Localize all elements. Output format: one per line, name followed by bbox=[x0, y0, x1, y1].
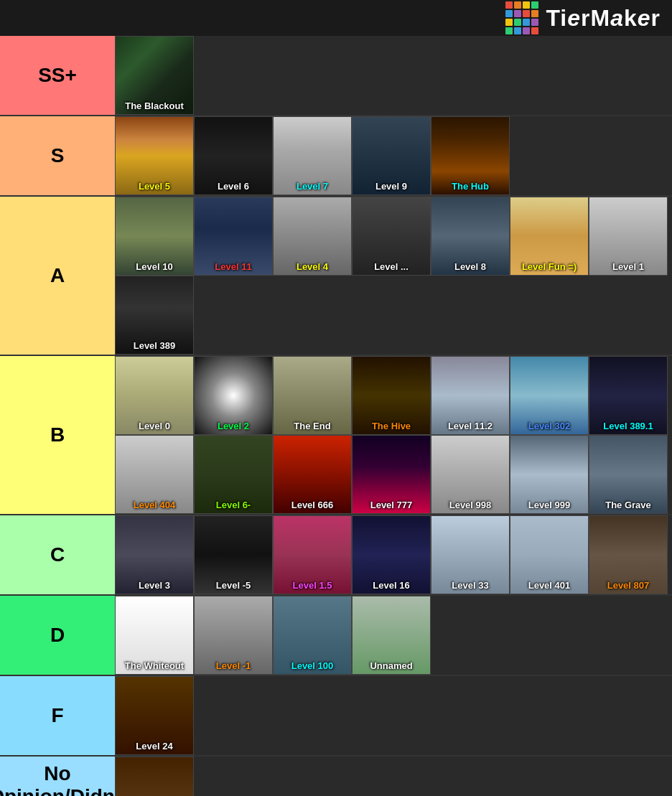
tier-label-f: F bbox=[0, 676, 115, 755]
tier-row-s: SLevel 5Level 6Level 7Level 9The Hub bbox=[0, 116, 672, 197]
tier-item-label-level7: Level 7 bbox=[274, 178, 351, 195]
tier-item-label-level11: Level 11 bbox=[195, 258, 272, 275]
tier-item-level302[interactable]: Level 302 bbox=[510, 356, 589, 435]
tier-item-levelneg1[interactable]: Level -1 bbox=[194, 596, 273, 675]
tier-items-ss-plus: The Blackout bbox=[115, 36, 672, 115]
tier-item-label-levelfun: Level Fun =) bbox=[510, 258, 588, 275]
tier-item-level2[interactable]: Level 2 bbox=[194, 356, 273, 435]
tier-item-label-level404: Level 404 bbox=[116, 497, 193, 513]
tier-list: SS+The BlackoutSLevel 5Level 6Level 7Lev… bbox=[0, 36, 672, 796]
tier-item-label-level33: Level 33 bbox=[431, 577, 509, 594]
tier-item-theend[interactable]: The End bbox=[273, 356, 352, 435]
tier-item-label-level1: Level 1 bbox=[589, 258, 667, 275]
tier-item-level401[interactable]: Level 401 bbox=[510, 515, 589, 594]
tier-label-b: B bbox=[0, 356, 115, 514]
tier-item-level33[interactable]: Level 33 bbox=[431, 515, 510, 594]
tier-item-level6[interactable]: Level 6 bbox=[194, 116, 273, 195]
tier-item-label-theend: The End bbox=[274, 418, 351, 434]
tier-label-s: S bbox=[0, 116, 115, 195]
tier-item-label-levelneg1: Level -1 bbox=[195, 657, 272, 674]
tier-item-level666[interactable]: Level 666 bbox=[273, 435, 352, 514]
tier-item-level3[interactable]: Level 3 bbox=[115, 515, 194, 594]
tier-item-garden[interactable]: The Garden bbox=[115, 757, 194, 796]
tier-item-label-level0: Level 0 bbox=[116, 418, 193, 434]
tier-label-no-opinion: No Opinion/Didn't Read bbox=[0, 757, 115, 796]
tier-item-label-level777: Level 777 bbox=[353, 497, 430, 513]
tier-item-level999[interactable]: Level 999 bbox=[510, 435, 589, 514]
tier-item-label-levelvend: Level ... bbox=[353, 258, 430, 275]
tier-item-whiteout[interactable]: The Whiteout bbox=[115, 596, 194, 675]
tier-item-label-level3: Level 3 bbox=[116, 577, 193, 594]
tier-items-s: Level 5Level 6Level 7Level 9The Hub bbox=[115, 116, 672, 195]
logo-grid-icon bbox=[505, 1, 538, 34]
tier-item-levelvend[interactable]: Level ... bbox=[352, 197, 431, 276]
tier-item-level777[interactable]: Level 777 bbox=[352, 435, 431, 514]
tier-item-label-level6x: Level 6- bbox=[195, 497, 272, 513]
tier-item-level112[interactable]: Level 11.2 bbox=[431, 356, 510, 435]
tier-row-ss-plus: SS+The Blackout bbox=[0, 36, 672, 116]
tier-item-label-grave: The Grave bbox=[589, 497, 667, 513]
tier-item-level24[interactable]: Level 24 bbox=[115, 676, 194, 755]
tier-item-label-level112: Level 11.2 bbox=[431, 418, 509, 434]
tier-item-label-level8: Level 8 bbox=[431, 258, 509, 275]
tier-row-a: ALevel 10Level 11Level 4Level ...Level 8… bbox=[0, 197, 672, 356]
tier-items-c: Level 3Level -5Level 1.5Level 16Level 33… bbox=[115, 515, 672, 594]
tier-item-level8[interactable]: Level 8 bbox=[431, 197, 510, 276]
tier-item-label-levelneg5: Level -5 bbox=[195, 577, 272, 594]
tier-item-grave[interactable]: The Grave bbox=[589, 435, 668, 514]
tier-item-label-level389: Level 389 bbox=[116, 337, 193, 354]
tier-item-level1[interactable]: Level 1 bbox=[589, 197, 668, 276]
tier-item-level807[interactable]: Level 807 bbox=[589, 515, 668, 594]
tier-item-label-level10: Level 10 bbox=[116, 258, 193, 275]
tier-item-label-whiteout: The Whiteout bbox=[116, 657, 193, 674]
tier-item-label-level24: Level 24 bbox=[116, 738, 193, 754]
logo-text: TierMaker bbox=[546, 5, 661, 32]
tier-items-b: Level 0Level 2The EndThe HiveLevel 11.2L… bbox=[115, 356, 672, 514]
tier-item-level998[interactable]: Level 998 bbox=[431, 435, 510, 514]
tier-label-c: C bbox=[0, 515, 115, 594]
tier-item-level11[interactable]: Level 11 bbox=[194, 197, 273, 276]
tier-row-no-opinion: No Opinion/Didn't ReadThe Garden bbox=[0, 757, 672, 796]
tiermaker-logo: TierMaker bbox=[505, 1, 661, 34]
tier-row-b: BLevel 0Level 2The EndThe HiveLevel 11.2… bbox=[0, 356, 672, 515]
tier-item-label-level3891: Level 389.1 bbox=[589, 418, 667, 434]
tier-item-levelneg5[interactable]: Level -5 bbox=[194, 515, 273, 594]
tier-row-c: CLevel 3Level -5Level 1.5Level 16Level 3… bbox=[0, 515, 672, 596]
tier-item-levelfun[interactable]: Level Fun =) bbox=[510, 197, 589, 276]
tier-item-label-unnamed: Unnamed bbox=[353, 657, 430, 674]
tier-item-label-level999: Level 999 bbox=[510, 497, 588, 513]
tier-item-label-level4: Level 4 bbox=[274, 258, 351, 275]
tier-item-level5[interactable]: Level 5 bbox=[115, 116, 194, 195]
tier-item-level4[interactable]: Level 4 bbox=[273, 197, 352, 276]
tier-item-level100[interactable]: Level 100 bbox=[273, 596, 352, 675]
tier-row-d: DThe WhiteoutLevel -1Level 100Unnamed bbox=[0, 596, 672, 676]
tier-item-label-level807: Level 807 bbox=[589, 577, 667, 594]
tier-item-label-hive: The Hive bbox=[353, 418, 430, 434]
tier-item-hub[interactable]: The Hub bbox=[431, 116, 510, 195]
tier-item-level16[interactable]: Level 16 bbox=[352, 515, 431, 594]
tier-items-f: Level 24 bbox=[115, 676, 672, 755]
tier-label-d: D bbox=[0, 596, 115, 675]
tier-item-blackout[interactable]: The Blackout bbox=[115, 36, 194, 115]
tier-item-level3891[interactable]: Level 389.1 bbox=[589, 356, 668, 435]
tier-item-level404[interactable]: Level 404 bbox=[115, 435, 194, 514]
tier-item-level9[interactable]: Level 9 bbox=[352, 116, 431, 195]
tier-item-hive[interactable]: The Hive bbox=[352, 356, 431, 435]
tier-item-label-level16: Level 16 bbox=[353, 577, 430, 594]
tier-row-f: FLevel 24 bbox=[0, 676, 672, 757]
tier-item-label-level401: Level 401 bbox=[510, 577, 588, 594]
tier-item-level10[interactable]: Level 10 bbox=[115, 197, 194, 276]
tier-item-level0[interactable]: Level 0 bbox=[115, 356, 194, 435]
header: TierMaker bbox=[0, 0, 672, 36]
tier-item-level389[interactable]: Level 389 bbox=[115, 276, 194, 355]
tier-item-label-level100: Level 100 bbox=[274, 657, 351, 674]
tier-item-level15[interactable]: Level 1.5 bbox=[273, 515, 352, 594]
tier-item-label-level9: Level 9 bbox=[353, 178, 430, 195]
tier-items-no-opinion: The Garden bbox=[115, 757, 672, 796]
tier-item-unnamed[interactable]: Unnamed bbox=[352, 596, 431, 675]
tier-item-label-level302: Level 302 bbox=[510, 418, 588, 434]
tier-item-label-hub: The Hub bbox=[431, 178, 509, 195]
tier-item-level7[interactable]: Level 7 bbox=[273, 116, 352, 195]
tier-item-level6x[interactable]: Level 6- bbox=[194, 435, 273, 514]
tier-item-label-blackout: The Blackout bbox=[116, 98, 193, 114]
